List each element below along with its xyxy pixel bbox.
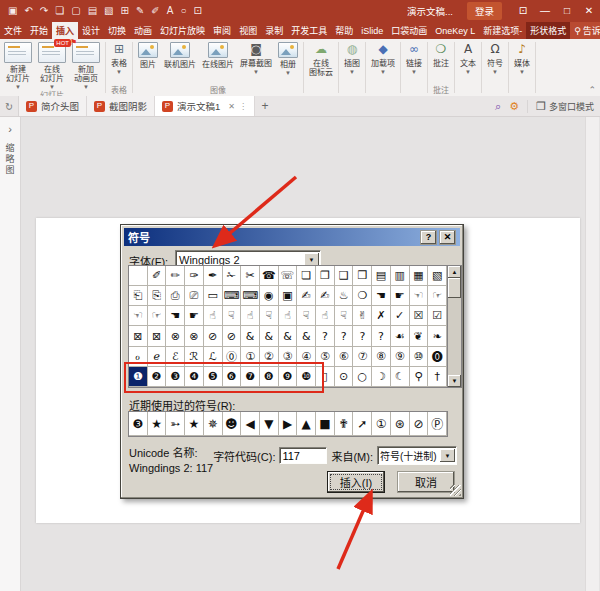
symbol-cell[interactable]: ✍ [297,286,316,306]
web-pictures-button[interactable]: 在线图片 [199,40,237,69]
tab-视图[interactable]: 视图 [235,22,261,39]
symbol-cell[interactable]: ☝ [204,306,223,326]
dropdown-arrow-icon[interactable]: ▼ [15,84,21,90]
symbol-cell[interactable]: ? [316,326,335,346]
symbol-cell[interactable]: ❏ [297,266,316,286]
illustrations-button[interactable]: ◍插图▼ [341,40,363,75]
dropdown-arrow-icon[interactable]: ▼ [465,69,471,75]
close-icon[interactable]: ✕ [578,0,600,22]
dialog-title-bar[interactable]: 符号 ? ✕ [124,228,460,246]
tab-帮助[interactable]: 帮助 [331,22,357,39]
symbol-cell[interactable]: ☝ [279,306,298,326]
tab-录制[interactable]: 录制 [261,22,287,39]
scroll-down-icon[interactable]: ▼ [448,375,461,387]
symbol-cell[interactable]: ⑥ [335,347,354,367]
tab-动画[interactable]: 动画 [130,22,156,39]
symbol-cell[interactable]: & [260,326,279,346]
symbol-cell[interactable]: ☟ [260,306,279,326]
ribbon-display-options-icon[interactable]: ⊡ [512,0,534,22]
icon-cloud-button[interactable]: ☁在线 图标云 [306,40,336,77]
symbol-cell[interactable]: ▥ [391,266,410,286]
symbol-cell[interactable]: ⊠ [129,326,148,346]
screenshot-tool-icon[interactable]: ⊡ [193,6,201,16]
draw-pen-icon[interactable]: ✎ [136,6,144,16]
dropdown-arrow-icon[interactable]: ▼ [492,69,498,75]
comment-button[interactable]: ❍批注 [430,40,452,68]
symbol-cell[interactable]: ☟ [223,306,242,326]
undo-icon[interactable]: ↶ [24,6,32,16]
shape-oval-icon[interactable]: ○ [180,6,186,16]
symbol-cell[interactable]: ✒ [204,266,223,286]
dropdown-arrow-icon[interactable]: ▼ [411,69,417,75]
symbol-cell[interactable]: ☝ [241,306,260,326]
symbol-cell[interactable]: ✏ [166,266,185,286]
symbol-cell[interactable]: ☛ [185,306,204,326]
insert-picture-icon[interactable]: ▧ [104,6,113,16]
scrollbar-thumb[interactable] [448,278,461,298]
symbol-cell[interactable]: ❒ [353,266,372,286]
font-color-icon[interactable]: A [167,6,174,16]
tab-形状格式[interactable]: 形状格式 [526,22,570,39]
recent-symbol-cell[interactable]: ➳ [166,412,185,436]
dropdown-arrow-icon[interactable]: ▼ [49,84,55,90]
symbol-cell[interactable]: ? [353,326,372,346]
add-ins-button[interactable]: ◆加载项▼ [368,40,398,75]
document-tab-演示文稿1[interactable]: P演示文稿1✕⋮ [155,96,255,116]
scroll-up-icon[interactable]: ▲ [448,266,461,278]
symbol-cell[interactable]: ☞ [148,306,167,326]
symbol-cell[interactable]: ⎗ [129,286,148,306]
online-pictures-button[interactable]: 联机图片 [161,40,199,69]
tab-新建选项-[interactable]: 新建选项- [479,22,526,39]
symbol-cell[interactable]: ☾ [391,367,410,387]
document-tab-截图阴影[interactable]: P截图阴影 [87,96,155,116]
tab-幻灯片放映[interactable]: 幻灯片放映 [156,22,209,39]
save-icon[interactable]: ▣ [8,6,17,16]
dialog-help-button[interactable]: ? [420,230,437,245]
symbol-cell[interactable]: ✑ [185,266,204,286]
photo-album-button[interactable]: 相册▼ [275,40,301,76]
recent-symbol-cell[interactable]: ◀ [241,412,260,436]
symbol-cell[interactable]: ✌ [353,306,372,326]
new-tab-button[interactable]: + [255,96,275,116]
symbol-cell[interactable]: ⊠ [148,326,167,346]
symbol-cell[interactable]: ✁ [223,266,242,286]
recent-symbol-cell[interactable]: ✟ [335,412,354,436]
symbol-cell[interactable]: ⊘ [204,326,223,346]
symbol-cell[interactable]: ⌨ [241,286,260,306]
symbol-cell[interactable]: ⊙ [335,367,354,387]
symbol-cell[interactable]: ☒ [410,306,429,326]
tab-插入[interactable]: 插入 [52,22,78,39]
symbol-cell[interactable]: ☏ [279,266,298,286]
symbol-cell[interactable]: ☟ [335,306,354,326]
new-slide-button[interactable]: 新建 幻灯片▼ [1,40,35,90]
dropdown-arrow-icon[interactable]: ▼ [349,69,355,75]
symbol-cell[interactable]: ▧ [428,266,447,286]
canvas-scrollbar[interactable] [585,117,599,591]
tab-iSlide[interactable]: iSlide [357,22,387,39]
minimize-icon[interactable]: — [534,0,556,22]
recent-symbol-cell[interactable]: ★ [185,412,204,436]
dropdown-arrow-icon[interactable]: ▼ [519,69,525,75]
symbol-cell[interactable]: ⑦ [353,347,372,367]
symbol-cell[interactable]: ▣ [279,286,298,306]
symbol-cell[interactable]: & [279,326,298,346]
collapse-ribbon-icon[interactable]: ⌃ [588,85,596,95]
symbol-cell[interactable]: & [297,326,316,346]
symbol-cell[interactable]: ⊗ [185,326,204,346]
symbol-cell[interactable]: ❍ [353,286,372,306]
recent-symbol-cell[interactable]: ▲ [297,412,316,436]
symbol-cell[interactable]: ○ [353,367,372,387]
start-slideshow-icon[interactable]: ❏ [55,6,64,16]
redo-icon[interactable]: ↷ [40,6,48,16]
recent-symbol-cell[interactable]: ⊛ [391,412,410,436]
highlighter-icon[interactable]: ✐ [151,6,159,16]
char-code-input[interactable] [279,447,327,464]
symbol-cell[interactable]: ❑ [335,266,354,286]
login-button[interactable]: 登录 [467,2,502,20]
expand-panel-icon[interactable]: › [8,123,12,135]
symbol-cell[interactable]: ⑨ [391,347,410,367]
symbol-cell[interactable]: ☜ [129,306,148,326]
symbol-cell[interactable]: ⎚ [185,286,204,306]
symbol-cell[interactable]: ☑ [428,306,447,326]
new-file-icon[interactable]: ▢ [71,6,80,16]
